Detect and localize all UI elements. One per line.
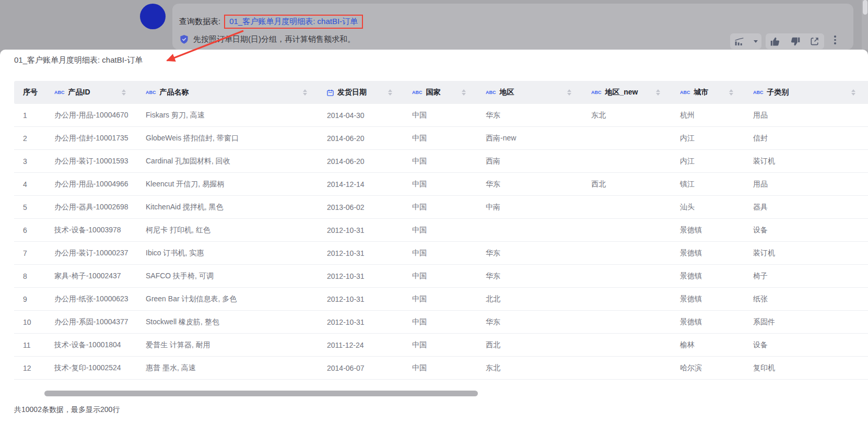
table-cell-index: 4 [14, 180, 47, 189]
table-cell-city: 景德镇 [673, 249, 746, 258]
table-cell-product_name: GlobeWeis 搭扣信封, 带窗口 [138, 134, 320, 143]
column-header-index[interactable]: 序号 [14, 81, 47, 104]
answer-line: 先按照订单日期(日)分组，再计算销售额求和。 [180, 34, 355, 44]
column-label: 地区 [500, 88, 514, 97]
table-cell-region_new: 西北 [584, 180, 673, 189]
table-cell-country: 中国 [405, 363, 478, 373]
chart-type-button[interactable] [730, 33, 761, 49]
table-cell-country: 中国 [405, 340, 478, 350]
table-cell-country: 中国 [405, 272, 478, 281]
table-cell-country: 中国 [405, 157, 478, 166]
table-cell-index: 11 [14, 341, 47, 349]
column-header-ship_date[interactable]: 发货日期 [320, 81, 405, 104]
table-cell-subcategory: 信封 [746, 134, 868, 143]
sort-icon[interactable] [656, 89, 660, 96]
table-cell-region: 华东 [478, 272, 584, 281]
screen: 查询数据表: 01_客户账单月度明细表: chatBI-订单 先按照订单日期(日… [0, 0, 868, 424]
column-header-country[interactable]: ABC国家 [405, 81, 478, 104]
table-cell-city: 镇江 [673, 180, 746, 189]
sort-icon[interactable] [388, 89, 392, 96]
table-row: 1办公用-用品-10004670Fiskars 剪刀, 高速2014-04-30… [14, 104, 868, 127]
table-cell-ship_date: 2013-06-02 [320, 203, 405, 211]
table-cell-product_id: 办公用-信封-10001735 [47, 134, 138, 143]
table-cell-ship_date: 2014-04-30 [320, 111, 405, 120]
table-cell-subcategory: 设备 [746, 340, 868, 350]
table-cell-city: 景德镇 [673, 295, 746, 304]
page-scrollbar-thumb[interactable] [863, 0, 867, 15]
table-cell-subcategory: 用品 [746, 180, 868, 189]
more-vertical-icon[interactable] [830, 36, 840, 44]
column-header-product_name[interactable]: ABC产品名称 [138, 81, 320, 104]
column-header-region_new[interactable]: ABC地区_new [584, 81, 673, 104]
abc-icon: ABC [412, 90, 423, 95]
column-label: 发货日期 [337, 88, 367, 97]
table-cell-ship_date: 2014-12-14 [320, 180, 405, 189]
table-cell-ship_date: 2012-10-31 [320, 249, 405, 257]
table-body: 1办公用-用品-10004670Fiskars 剪刀, 高速2014-04-30… [14, 104, 868, 380]
column-label: 序号 [23, 88, 38, 97]
table-cell-product_name: 柯尼卡 打印机, 红色 [138, 226, 320, 235]
column-header-region[interactable]: ABC地区 [478, 81, 584, 104]
table-cell-subcategory: 纸张 [746, 295, 868, 304]
table-row: 2办公用-信封-10001735GlobeWeis 搭扣信封, 带窗口2014-… [14, 127, 868, 150]
table-cell-product_id: 技术-设备-10003978 [47, 226, 138, 235]
assistant-avatar [140, 4, 166, 29]
abc-icon: ABC [680, 90, 690, 95]
table-cell-index: 1 [14, 111, 47, 120]
table-cell-ship_date: 2012-10-31 [320, 272, 405, 280]
sort-icon[interactable] [567, 89, 571, 96]
table-cell-country: 中国 [405, 111, 478, 120]
query-line: 查询数据表: 01_客户账单月度明细表: chatBI-订单 [179, 15, 363, 29]
table-cell-region: 西北 [478, 340, 584, 350]
table-row: 3办公用-装订-10001593Cardinal 孔加固材料, 回收2014-0… [14, 150, 868, 173]
table-cell-city: 榆林 [673, 340, 746, 350]
calendar-icon [327, 89, 334, 96]
table-cell-region: 东北 [478, 363, 584, 373]
feedback-toolbar [766, 33, 824, 49]
table-cell-index: 2 [14, 134, 47, 143]
sort-icon[interactable] [462, 89, 466, 96]
table-cell-ship_date: 2014-06-07 [320, 364, 405, 372]
table-cell-index: 3 [14, 157, 47, 166]
table-cell-city: 景德镇 [673, 272, 746, 281]
table-header-row: 序号ABC产品IDABC产品名称发货日期ABC国家ABC地区ABC地区_newA… [14, 81, 868, 104]
table-cell-country: 中国 [405, 134, 478, 143]
sort-icon[interactable] [851, 89, 855, 96]
column-header-city[interactable]: ABC城市 [673, 81, 746, 104]
table-row: 8家具-椅子-10002437SAFCO 扶手椅, 可调2012-10-31中国… [14, 265, 868, 288]
sort-icon[interactable] [729, 89, 733, 96]
table-cell-city: 景德镇 [673, 226, 746, 235]
column-header-subcategory[interactable]: ABC子类别 [746, 81, 868, 104]
thumbs-down-icon[interactable] [790, 36, 801, 47]
table-cell-subcategory: 器具 [746, 203, 868, 212]
table-cell-subcategory: 设备 [746, 226, 868, 235]
table-cell-region: 华东 [478, 180, 584, 189]
table-cell-region: 华东 [478, 317, 584, 327]
abc-icon: ABC [486, 90, 496, 95]
table-row: 7办公用-装订-10000237Ibico 订书机, 实惠2012-10-31中… [14, 242, 868, 265]
column-header-product_id[interactable]: ABC产品ID [47, 81, 138, 104]
table-cell-product_name: Ibico 订书机, 实惠 [138, 249, 320, 258]
table-row: 5办公用-器具-10002698KitchenAid 搅拌机, 黑色2013-0… [14, 196, 868, 219]
table-row: 4办公用-用品-10004966Kleencut 开信刀, 易握柄2014-12… [14, 173, 868, 196]
abc-icon: ABC [54, 90, 65, 95]
table-cell-product_id: 办公用-用品-10004966 [47, 180, 138, 189]
horizontal-scrollbar-thumb[interactable] [44, 391, 478, 396]
caret-down-icon [754, 40, 758, 43]
table-cell-country: 中国 [405, 180, 478, 189]
table-cell-country: 中国 [405, 295, 478, 304]
sort-icon[interactable] [122, 89, 126, 96]
share-icon[interactable] [810, 36, 820, 46]
column-label: 地区_new [605, 88, 638, 97]
table-row: 9办公用-纸张-10000623Green Bar 计划信息表, 多色2012-… [14, 288, 868, 311]
table-cell-region: 华东 [478, 111, 584, 120]
table-link-highlighted[interactable]: 01_客户账单月度明细表: chatBI-订单 [224, 15, 363, 29]
shield-check-icon [180, 34, 189, 44]
table-cell-product_id: 办公用-装订-10001593 [47, 157, 138, 166]
table-cell-region: 中南 [478, 203, 584, 212]
table-cell-country: 中国 [405, 249, 478, 258]
thumbs-up-icon[interactable] [770, 36, 781, 47]
page-scrollbar[interactable] [862, 0, 868, 50]
sort-icon[interactable] [303, 89, 307, 96]
column-label: 产品ID [68, 88, 90, 97]
